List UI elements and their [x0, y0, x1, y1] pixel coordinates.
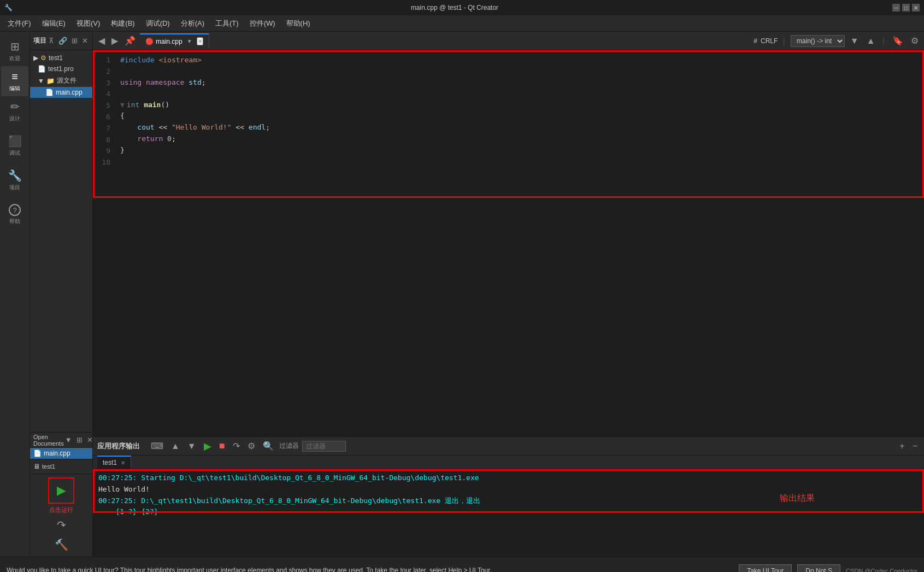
project-panel-header: 项目 ⊼ 🔗 ⊞ ✕	[30, 32, 92, 50]
output-down-btn[interactable]: ▼	[185, 440, 198, 452]
edit-icon: ≡	[11, 71, 18, 83]
func-selector-prev[interactable]: ▼	[848, 35, 861, 47]
edit-label: 编辑	[9, 85, 20, 92]
menu-view[interactable]: 视图(V)	[71, 16, 105, 31]
link-btn[interactable]: 🔗	[57, 36, 68, 45]
open-docs-add[interactable]: ⊞	[75, 435, 84, 445]
tab-maincpp[interactable]: 🔴 main.cpp ▼ ✕	[140, 33, 209, 49]
settings-output-btn[interactable]: ⚙	[245, 440, 257, 452]
run-output-btn[interactable]: ▶	[202, 439, 214, 453]
tree-item-label: test1	[49, 54, 63, 62]
code-line-1: #include <iostream>	[120, 55, 919, 66]
output-line-1: 00:27:25: Starting D:\_qt\test1\build\De…	[98, 472, 919, 484]
remove-output-btn[interactable]: −	[910, 440, 920, 452]
project-label: 项目	[9, 184, 20, 191]
tree-item-test1[interactable]: ▶ ⚙ test1	[30, 52, 92, 63]
code-line-10	[120, 156, 919, 167]
stop-output-btn[interactable]: ■	[217, 439, 227, 453]
search-output-btn[interactable]: 🔍	[261, 440, 276, 452]
toolbar-sep2: │	[881, 37, 887, 45]
sidebar-item-welcome[interactable]: ⊞ 欢迎	[1, 36, 28, 66]
design-icon: ✏	[10, 100, 20, 113]
tab-dropdown-btn[interactable]: ▼	[185, 37, 195, 45]
function-selector[interactable]: main() -> int	[791, 35, 845, 47]
settings-button[interactable]: ⚙	[909, 34, 921, 47]
output-tab-bar: test1 ✕	[93, 456, 924, 469]
filter-label: 过滤器	[279, 441, 299, 451]
bookmark-button[interactable]: 🔖	[890, 34, 905, 47]
close-button[interactable]: ✕	[912, 4, 920, 11]
sidebar-item-design[interactable]: ✏ 设计	[1, 96, 28, 126]
tree-folder-icon: 📁	[46, 77, 55, 85]
status-bar: Would you like to take a quick UI tour? …	[0, 557, 924, 572]
code-editor[interactable]: 1 2 3 4 5 6 7 8 9 10 #include <iostream>…	[93, 50, 924, 436]
editor-area: ◀ ▶ 📌 🔴 main.cpp ▼ ✕ # CRLF │ main() -> …	[93, 32, 924, 557]
debug-device-item[interactable]: 🖥 test1	[33, 462, 89, 471]
menu-widget[interactable]: 控件(W)	[244, 16, 281, 31]
sidebar-item-debug[interactable]: ⬛ 调试	[1, 131, 28, 161]
add-panel-btn[interactable]: ⊞	[70, 36, 79, 45]
menu-help[interactable]: 帮助(H)	[281, 16, 316, 31]
output-terminal-btn[interactable]: ⌨	[149, 440, 166, 452]
menu-file[interactable]: 文件(F)	[2, 16, 37, 31]
open-doc-maincpp[interactable]: 📄 main.cpp	[30, 448, 92, 459]
code-line-5: ▼int main()	[120, 100, 919, 111]
func-selector-next[interactable]: ▲	[864, 35, 878, 47]
menu-analyze[interactable]: 分析(A)	[175, 16, 210, 31]
open-docs-dropdown[interactable]: ▼	[64, 435, 73, 445]
project-panel: 项目 ⊼ 🔗 ⊞ ✕ ▶ ⚙ test1 📄 test1.pro ▼	[30, 32, 93, 557]
step-output-btn[interactable]: ↷	[231, 440, 242, 452]
do-not-button[interactable]: Do Not S	[797, 564, 840, 573]
sidebar-item-help[interactable]: ? 帮助	[1, 200, 28, 230]
sidebar-item-edit[interactable]: ≡ 编辑	[1, 66, 28, 96]
take-tour-button[interactable]: Take UI Tour	[739, 564, 792, 573]
code-content[interactable]: #include <iostream> using namespace std;…	[115, 50, 924, 436]
code-line-4	[120, 89, 919, 100]
debug-device-label: test1	[42, 463, 55, 470]
run-button-wrapper: ▶	[48, 477, 74, 504]
maximize-button[interactable]: □	[902, 4, 910, 11]
nav-back-button[interactable]: ◀	[96, 34, 107, 47]
step-over-icon[interactable]: ↷	[55, 516, 68, 534]
tab-close-button[interactable]: ✕	[197, 37, 203, 45]
menu-edit[interactable]: 编辑(E)	[37, 16, 71, 31]
tree-item-sources[interactable]: ▼ 📁 源文件	[30, 74, 92, 87]
debug-label: 调试	[9, 149, 20, 157]
menu-bar: 文件(F) 编辑(E) 视图(V) 构建(B) 调试(D) 分析(A) 工具(T…	[0, 15, 924, 32]
tree-item-maincpp[interactable]: 📄 main.cpp	[30, 87, 92, 98]
output-up-btn[interactable]: ▲	[169, 440, 182, 452]
minimize-button[interactable]: ─	[892, 4, 900, 11]
encoding-label: #	[754, 37, 757, 45]
toolbar-sep1: │	[781, 37, 787, 45]
tree-collapse-icon: ▼	[38, 77, 44, 85]
tree-file-icon: 📄	[38, 65, 46, 73]
code-line-2	[120, 66, 919, 77]
code-line-7: cout << "Hello World!" << endl;	[120, 122, 919, 133]
hammer-icon[interactable]: 🔨	[52, 536, 70, 553]
run-label[interactable]: 点击运行	[49, 506, 73, 514]
close-panel-btn[interactable]: ✕	[81, 36, 89, 45]
main-layout: ⊞ 欢迎 ≡ 编辑 ✏ 设计 ⬛ 调试 🔧 项目 ? 帮助 项目 ⊼	[0, 32, 924, 557]
output-content: 00:27:25: Starting D:\_qt\test1\build\De…	[93, 469, 924, 557]
filter-btn[interactable]: ⊼	[48, 36, 55, 45]
nav-forward-button[interactable]: ▶	[109, 34, 120, 47]
tree-item-pro[interactable]: 📄 test1.pro	[30, 63, 92, 74]
help-icon: ?	[9, 204, 21, 216]
filter-input[interactable]	[302, 441, 346, 452]
menu-tools[interactable]: 工具(T)	[210, 16, 244, 31]
output-tab-close[interactable]: ✕	[121, 460, 125, 466]
lineending-label: CRLF	[761, 37, 778, 45]
run-button[interactable]: ▶	[50, 480, 72, 501]
sidebar-item-project[interactable]: 🔧 项目	[1, 165, 28, 195]
tab-filename: main.cpp	[156, 38, 183, 45]
tab-file-icon: 🔴	[145, 38, 154, 45]
sidebar: ⊞ 欢迎 ≡ 编辑 ✏ 设计 ⬛ 调试 🔧 项目 ? 帮助	[0, 32, 30, 557]
menu-debug[interactable]: 调试(D)	[140, 16, 175, 31]
add-output-btn[interactable]: +	[897, 440, 907, 452]
output-tab-test1[interactable]: test1 ✕	[97, 456, 131, 469]
tree-pro-label: test1.pro	[48, 65, 74, 73]
run-area: ▶ 点击运行 ↷ 🔨	[30, 474, 92, 557]
output-tab-label: test1	[103, 459, 117, 466]
menu-build[interactable]: 构建(B)	[105, 16, 140, 31]
pin-button[interactable]: 📌	[122, 34, 138, 47]
